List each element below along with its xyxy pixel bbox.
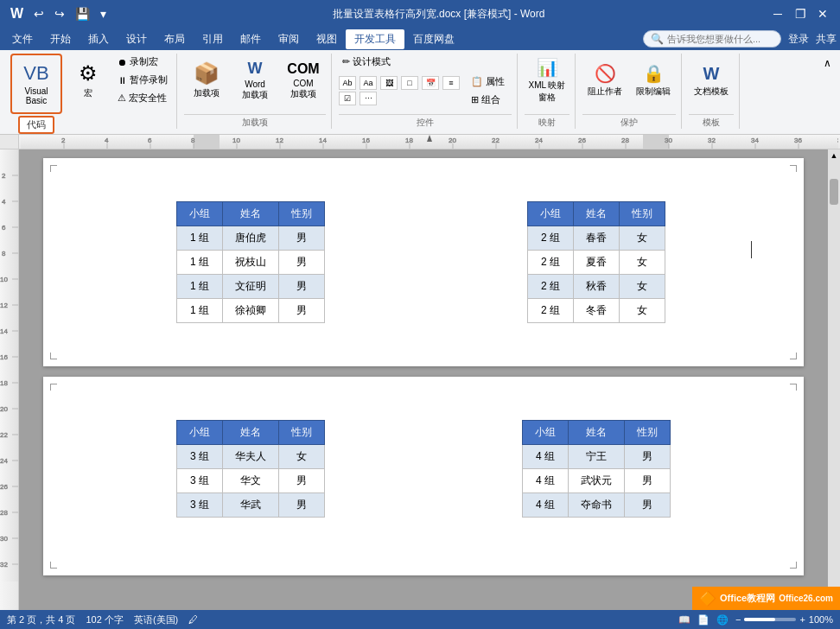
table4-col-name: 姓名 (569, 421, 625, 445)
table-row: 3 组华文男 (177, 469, 325, 493)
xml-map-icon: 📊 (537, 57, 558, 78)
zoom-level: 100% (809, 614, 833, 625)
macro-label: 宏 (84, 87, 92, 99)
menu-insert[interactable]: 插入 (80, 29, 118, 49)
svg-text:14: 14 (0, 327, 8, 335)
document-area[interactable]: 小组 姓名 性别 1 组唐伯虎男1 组祝枝山男1 组文征明男1 组徐祯卿男 小组 (19, 149, 828, 611)
visual-basic-button[interactable]: VB Visual Basic (10, 54, 62, 114)
addins-button[interactable]: 📦 加载项 (184, 54, 229, 107)
word-addins-icon: W (248, 60, 263, 78)
vertical-scrollbar[interactable]: ▲ ▼ (828, 149, 840, 611)
doc-template-button[interactable]: W 文档模板 (689, 54, 734, 107)
search-box[interactable]: 🔍 (643, 30, 781, 48)
ctrl-img-icon[interactable]: 🖼 (380, 76, 398, 90)
read-mode-btn[interactable]: 📖 (678, 614, 690, 626)
svg-text:28: 28 (0, 509, 8, 517)
svg-text:4: 4 (105, 137, 109, 144)
restore-btn[interactable]: ❐ (790, 3, 811, 24)
xml-map-button[interactable]: 📊 XML 映射窗格 (525, 54, 570, 107)
svg-text:12: 12 (276, 137, 283, 144)
properties-btn[interactable]: 📋 属性 (468, 73, 508, 90)
undo-btn[interactable]: ↩ (30, 5, 48, 22)
pause-record-button[interactable]: ⏸ 暂停录制 (114, 72, 171, 88)
menu-mailings[interactable]: 邮件 (232, 29, 270, 49)
svg-text:20: 20 (449, 137, 456, 144)
scroll-up-btn[interactable]: ▲ (828, 149, 840, 162)
zoom-in-btn[interactable]: + (799, 614, 805, 625)
title-bar: W ↩ ↪ 💾 ▾ 批量设置表格行高列宽.docx [兼容模式] - Word … (0, 0, 840, 28)
menu-home[interactable]: 开始 (41, 29, 80, 49)
ctrl-list-icon[interactable]: ≡ (442, 76, 460, 90)
table-1: 小组 姓名 性别 1 组唐伯虎男1 组祝枝山男1 组文征明男1 组徐祯卿男 (176, 201, 325, 323)
save-btn[interactable]: 💾 (72, 5, 93, 22)
table-cell: 女 (620, 299, 665, 323)
status-bar-right: 📖 📄 🌐 − + 100% (678, 614, 833, 626)
design-mode-btn[interactable]: ✏ 设计模式 (339, 54, 394, 70)
redo-btn[interactable]: ↪ (51, 5, 68, 22)
ctrl-date-icon[interactable]: 📅 (422, 76, 439, 90)
table-cell: 华文 (223, 469, 279, 493)
window-controls: ─ ❐ ✕ (767, 3, 833, 24)
com-addins-label: COM加载项 (290, 79, 316, 100)
search-input[interactable] (667, 34, 771, 44)
table-cell: 秋香 (574, 275, 620, 299)
minimize-btn[interactable]: ─ (767, 3, 788, 24)
zoom-out-btn[interactable]: − (735, 614, 741, 625)
ctrl-ab-icon[interactable]: Ab (339, 76, 356, 90)
document-page-1: 小组 姓名 性别 1 组唐伯虎男1 组祝枝山男1 组文征明男1 组徐祯卿男 小组 (43, 158, 804, 366)
status-bar: 第 2 页，共 4 页 102 个字 英语(美国) 🖊 📖 📄 🌐 − + 10… (0, 610, 840, 629)
menu-view[interactable]: 视图 (308, 29, 346, 49)
menu-references[interactable]: 引用 (194, 29, 232, 49)
table-cell: 唐伯虎 (223, 226, 279, 251)
login-btn[interactable]: 登录 (788, 32, 809, 47)
word-addins-button[interactable]: W Word加载项 (232, 54, 277, 107)
doc-template-label: 文档模板 (694, 86, 729, 98)
svg-text:24: 24 (0, 457, 8, 465)
table-cell: 3 组 (177, 493, 223, 518)
table-cell: 文征明 (223, 275, 279, 299)
template-group-label: 模板 (689, 114, 734, 129)
macro-button[interactable]: ⚙ 宏 (66, 54, 111, 107)
table-row: 2 组夏香女 (528, 251, 665, 275)
svg-text:14: 14 (319, 137, 327, 144)
svg-text:32: 32 (708, 137, 716, 144)
table-cell: 华武 (223, 493, 279, 518)
table-cell: 1 组 (177, 299, 223, 323)
menu-developer[interactable]: 开发工具 (346, 29, 404, 49)
ctrl-chk-icon[interactable]: ☑ (339, 92, 356, 105)
menu-baidu[interactable]: 百度网盘 (404, 29, 463, 49)
design-mode-icon: ✏ (342, 56, 350, 67)
svg-text:16: 16 (362, 137, 370, 144)
ribbon: VB Visual Basic 代码 ⚙ 宏 ⏺ 录制宏 ⏸ (0, 50, 840, 135)
menu-file[interactable]: 文件 (3, 29, 41, 49)
ribbon-collapse-btn[interactable]: ∧ (820, 54, 835, 73)
block-authors-button[interactable]: 🚫 阻止作者 (582, 54, 627, 107)
restrict-edit-button[interactable]: 🔒 限制编辑 (631, 54, 676, 107)
zoom-slider[interactable] (744, 618, 796, 621)
record-macro-label: 录制宏 (130, 55, 158, 68)
menu-layout[interactable]: 布局 (156, 29, 194, 49)
share-btn[interactable]: 共享 (816, 32, 837, 47)
close-btn[interactable]: ✕ (812, 3, 833, 24)
ctrl-more-icon[interactable]: ⋯ (360, 92, 377, 105)
com-addins-button[interactable]: COM COM加载项 (281, 54, 326, 107)
svg-text:30: 30 (665, 137, 672, 144)
svg-text:18: 18 (405, 137, 413, 144)
table-row: 2 组秋香女 (528, 275, 665, 299)
scroll-thumb[interactable] (830, 179, 838, 205)
group-btn[interactable]: ⊞ 组合 (468, 92, 508, 108)
code-group-label: 代码 (18, 116, 54, 134)
table-cell: 男 (279, 493, 325, 518)
table-row: 4 组武状元男 (523, 469, 671, 493)
svg-text:26: 26 (0, 483, 8, 491)
web-layout-btn[interactable]: 🌐 (716, 614, 729, 626)
menu-design[interactable]: 设计 (118, 29, 156, 49)
print-layout-btn[interactable]: 📄 (697, 614, 710, 626)
record-macro-button[interactable]: ⏺ 录制宏 (114, 54, 171, 70)
customize-btn[interactable]: ▾ (97, 5, 110, 22)
macro-security-button[interactable]: ⚠ 宏安全性 (114, 90, 171, 106)
menu-review[interactable]: 审阅 (270, 29, 308, 49)
table1-col-gender: 性别 (279, 202, 325, 226)
ctrl-sq-icon[interactable]: □ (401, 76, 418, 90)
ctrl-aa-icon[interactable]: Aa (360, 76, 377, 90)
